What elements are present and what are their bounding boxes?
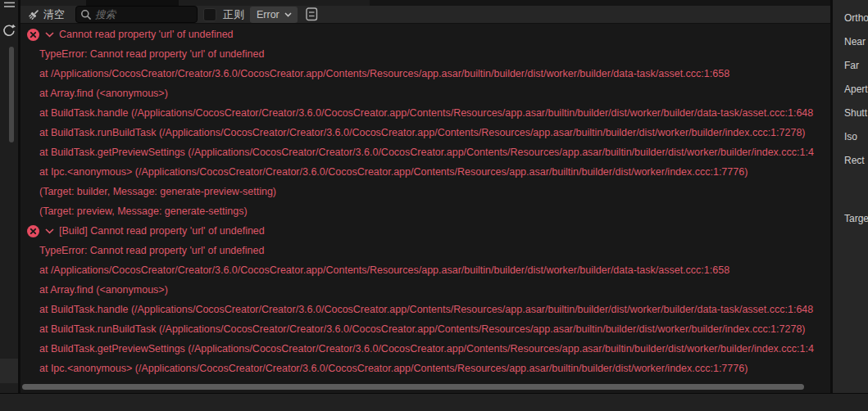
tab-fragment: [86, 0, 179, 6]
horizontal-scrollbar-thumb[interactable]: [22, 384, 804, 390]
error-message: Cannot read property 'url' of undefined: [59, 25, 234, 44]
log-entry-header[interactable]: Cannot read property 'url' of undefined: [20, 25, 830, 44]
inspector-panel: Ortho Near Far Apert Shutt Iso Rect Targ…: [833, 0, 868, 393]
stack-line: at BuildTask.handle (/Applications/Cocos…: [20, 300, 830, 319]
collapse-chevron-icon[interactable]: [45, 228, 54, 234]
property-label-far: Far: [844, 60, 859, 71]
chevron-down-icon: [284, 12, 292, 17]
log-entry-header[interactable]: [Build] Cannot read property 'url' of un…: [20, 221, 830, 241]
collapse-chevron-icon[interactable]: [45, 32, 54, 38]
stack-line: at /Applications/CocosCreator/Creator/3.…: [20, 64, 830, 84]
stack-line: at BuildTask.getPreviewSettings (/Applic…: [20, 339, 830, 359]
property-label-iso: Iso: [844, 131, 857, 142]
stack-line: (Target: builder, Message: generate-prev…: [20, 182, 830, 201]
hamburger-icon: [4, 0, 15, 8]
broom-icon: [27, 8, 40, 21]
open-log-file-button[interactable]: [306, 7, 318, 21]
stack-line: (Target: preview, Message: generate-sett…: [20, 201, 830, 221]
search-icon: [80, 9, 92, 20]
property-label-shutter: Shutt: [844, 107, 867, 119]
log-list: Cannot read property 'url' of undefined …: [20, 25, 830, 382]
stack-line: at Ipc.<anonymous> (/Applications/CocosC…: [20, 359, 830, 378]
property-label-aperture: Apert: [844, 84, 868, 95]
stack-line: at BuildTask.runBuildTask (/Applications…: [20, 123, 830, 142]
horizontal-scrollbar: [20, 382, 830, 393]
tab-strip: [20, 0, 830, 6]
left-rail-panel-fragment: [0, 359, 18, 383]
property-label-target: Targe: [844, 213, 868, 224]
regex-checkbox[interactable]: [203, 8, 216, 21]
property-label-near: Near: [844, 36, 866, 47]
stack-line: at /Applications/CocosCreator/Creator/3.…: [20, 260, 830, 280]
refresh-icon: [2, 24, 16, 38]
stack-line: TypeError: Cannot read property 'url' of…: [20, 241, 830, 260]
error-message: [Build] Cannot read property 'url' of un…: [59, 221, 265, 241]
stack-line: at Array.find (<anonymous>): [20, 280, 830, 300]
stack-line: at BuildTask.runBuildTask (/Applications…: [20, 319, 830, 339]
left-rail-scrollbar-thumb[interactable]: [9, 47, 14, 142]
property-label-rect: Rect: [844, 155, 865, 166]
console-toolbar: 清空 正则 Error: [20, 6, 830, 24]
bottom-status-band: [0, 393, 868, 411]
stack-line: at Array.find (<anonymous>): [20, 84, 830, 103]
tab-fragment: [20, 0, 86, 6]
tab-fragment: [179, 0, 370, 6]
log-level-dropdown[interactable]: Error: [250, 7, 298, 23]
hamburger-menu-button[interactable]: [0, 0, 18, 9]
log-level-value: Error: [257, 9, 279, 20]
clear-console-button[interactable]: 清空: [27, 7, 65, 22]
stack-line: at BuildTask.getPreviewSettings (/Applic…: [20, 142, 830, 162]
left-icon-rail: [0, 0, 18, 393]
log-file-icon: [306, 7, 318, 21]
error-icon: [27, 225, 39, 237]
error-icon: [27, 29, 39, 41]
search-input[interactable]: [95, 9, 193, 20]
clear-button-label: 清空: [43, 7, 65, 22]
stack-line: at Ipc.<anonymous> (/Applications/CocosC…: [20, 162, 830, 182]
regex-label: 正则: [223, 7, 244, 22]
stack-line: at BuildTask.handle (/Applications/Cocos…: [20, 103, 830, 123]
stack-line: TypeError: Cannot read property 'url' of…: [20, 44, 830, 64]
search-box[interactable]: [75, 6, 198, 23]
console-panel: 清空 正则 Error: [20, 0, 830, 393]
property-label-ortho: Ortho: [844, 12, 868, 24]
refresh-button[interactable]: [0, 22, 18, 38]
app-window: 清空 正则 Error: [0, 0, 868, 411]
